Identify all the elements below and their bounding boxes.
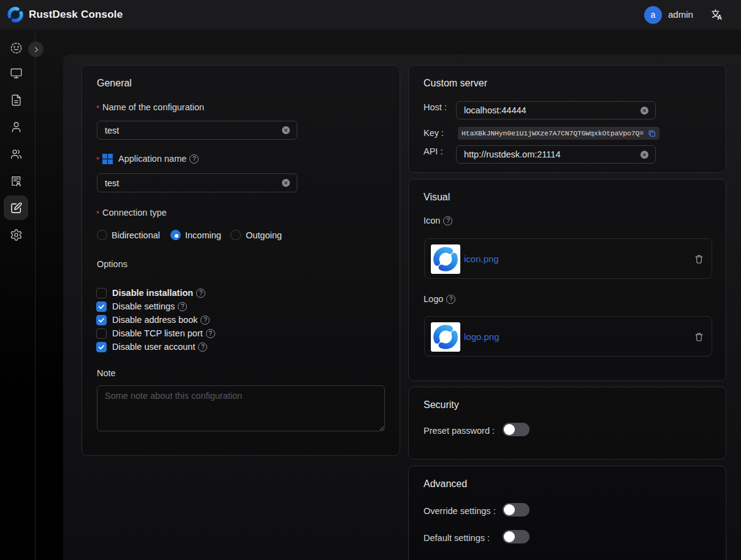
svg-text:A: A: [717, 13, 722, 21]
